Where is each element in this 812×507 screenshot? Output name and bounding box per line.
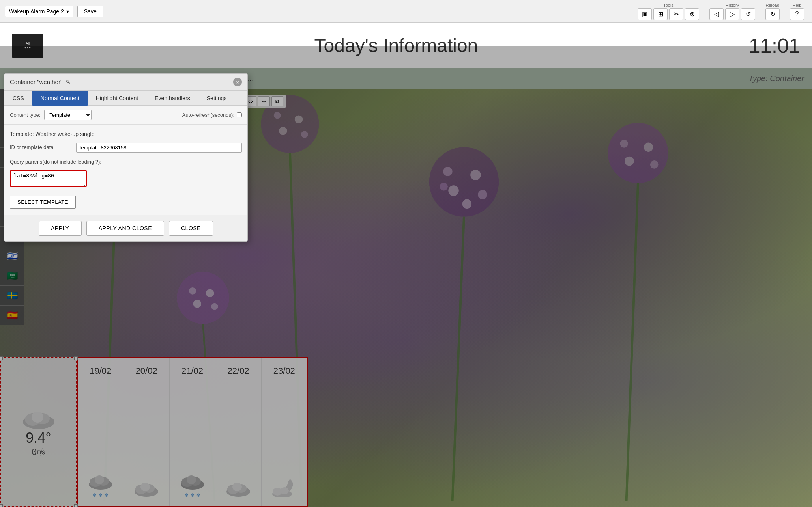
content-type-select[interactable]: Template (44, 110, 92, 120)
modal-close-button[interactable]: × (233, 78, 242, 86)
tools-label: Tools (663, 3, 674, 7)
tool-icon-1[interactable]: ⊞ (653, 8, 668, 20)
modal-dialog: Container "weather" ✎ × CSS Normal Conte… (4, 73, 248, 242)
help-section: Help ? (790, 3, 804, 20)
content-type-label: Content type: (10, 112, 40, 118)
history-label: History (726, 3, 739, 7)
preview-area: All●●● Today's Information 11:01 S IS FR… (0, 23, 812, 507)
query-field-label: Query params(do not include leading ?): (10, 157, 101, 167)
select-template-button[interactable]: SELECT TEMPLATE (10, 196, 76, 209)
tab-settings[interactable]: Settings (198, 91, 235, 106)
modal-body: Template: Weather wake-up single ID or t… (4, 125, 247, 215)
tools-icons: ▣ ⊞ ✂ ⊗ (638, 8, 699, 20)
page-selector[interactable]: Wakeup Alarm Page 2 ▾ (5, 6, 73, 17)
page-dropdown-icon: ▾ (66, 8, 69, 15)
edit-icon[interactable]: ✎ (65, 78, 71, 85)
tab-highlight-content[interactable]: Highlight Content (88, 91, 146, 106)
tool-icon-0[interactable]: ▣ (638, 8, 652, 20)
help-label: Help (793, 3, 802, 7)
modal-overlay: Container "weather" ✎ × CSS Normal Conte… (0, 46, 812, 507)
history-button[interactable]: ↺ (741, 8, 755, 20)
modal-header: Container "weather" ✎ × (4, 74, 247, 91)
auto-refresh-checkbox[interactable] (237, 112, 242, 117)
modal-tabs: CSS Normal Content Highlight Content Eve… (4, 91, 247, 106)
page-name: Wakeup Alarm Page 2 (9, 8, 64, 15)
history-icons: ◁ ▷ ↺ (709, 8, 755, 20)
content-type-row: Content type: Template Auto-refresh(seco… (4, 106, 247, 125)
close-button[interactable]: CLOSE (169, 221, 213, 236)
tab-normal-content[interactable]: Normal Content (32, 91, 88, 106)
undo-button[interactable]: ◁ (709, 8, 724, 20)
query-field-row: Query params(do not include leading ?): … (10, 157, 242, 187)
reload-button[interactable]: ↻ (765, 8, 780, 20)
template-name-info: Template: Weather wake-up single (10, 131, 242, 137)
modal-title: Container "weather" ✎ (10, 78, 71, 86)
query-textarea[interactable]: lat=80&lng=80 (10, 170, 87, 187)
reload-label: Reload (766, 3, 780, 7)
tab-css[interactable]: CSS (4, 91, 32, 106)
apply-button[interactable]: APPLY (39, 221, 82, 236)
history-section: History ◁ ▷ ↺ (709, 3, 755, 20)
help-button[interactable]: ? (790, 8, 804, 20)
tools-section: Tools ▣ ⊞ ✂ ⊗ (638, 3, 699, 20)
top-toolbar: Wakeup Alarm Page 2 ▾ Save Tools ▣ ⊞ ✂ ⊗… (0, 0, 812, 23)
id-field-row: ID or template data (10, 143, 242, 153)
redo-button[interactable]: ▷ (725, 8, 739, 20)
id-input[interactable] (76, 143, 242, 153)
tool-icon-3[interactable]: ⊗ (685, 8, 699, 20)
auto-refresh-label: Auto-refresh(seconds): (182, 112, 242, 118)
apply-close-button[interactable]: APPLY AND CLOSE (86, 221, 164, 236)
reload-section: Reload ↻ (765, 3, 780, 20)
tab-eventhandlers[interactable]: Eventhandlers (146, 91, 198, 106)
tool-icon-2[interactable]: ✂ (669, 8, 683, 20)
modal-footer: APPLY APPLY AND CLOSE CLOSE (4, 215, 247, 241)
id-field-label: ID or template data (10, 143, 73, 150)
save-button[interactable]: Save (77, 6, 103, 17)
